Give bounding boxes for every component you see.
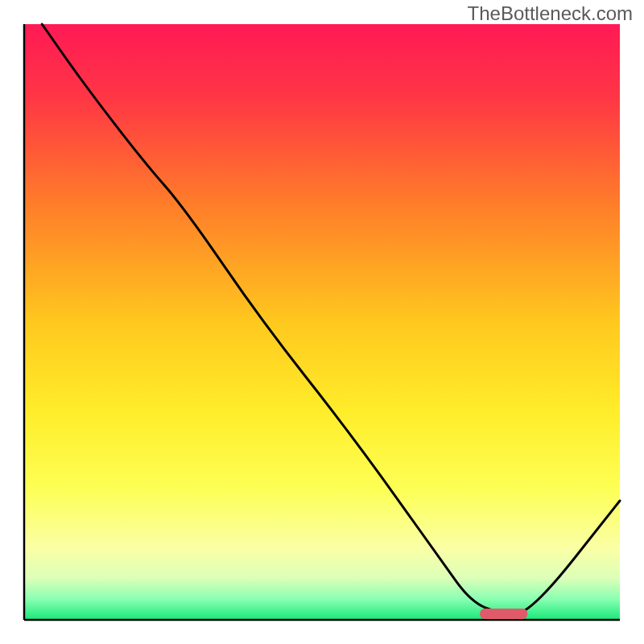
bottleneck-chart [0, 0, 644, 644]
watermark-text: TheBottleneck.com [468, 2, 633, 25]
plot-background [24, 24, 620, 620]
chart-container: TheBottleneck.com [0, 0, 644, 644]
optimal-marker [480, 609, 527, 619]
